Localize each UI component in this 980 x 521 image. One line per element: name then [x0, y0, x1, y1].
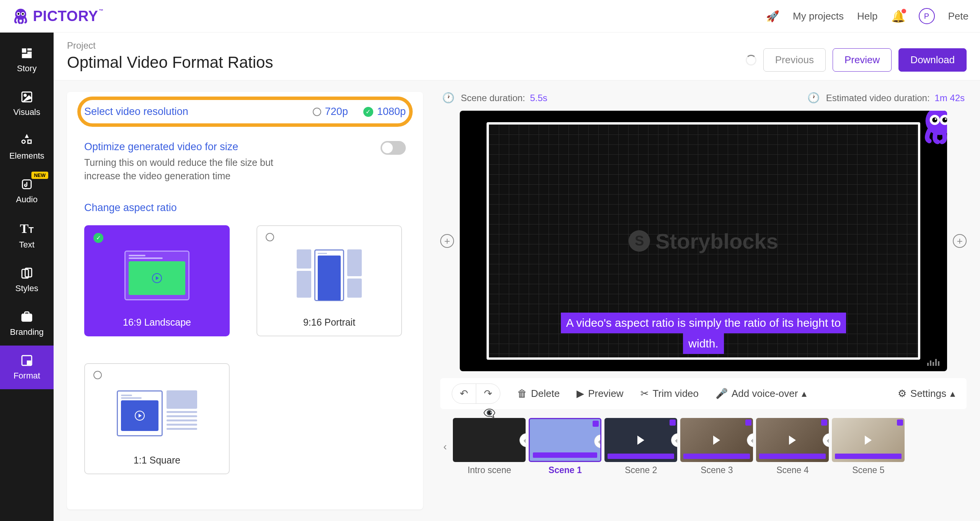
username: Pete — [948, 10, 969, 22]
preview-button[interactable]: Preview — [833, 48, 892, 72]
resolution-720p[interactable]: 720p — [313, 106, 348, 118]
caption-line-1: A video's aspect ratio is simply the rat… — [561, 313, 846, 333]
layers-icon[interactable]: ◈ — [519, 433, 526, 447]
scene-thumb-intro[interactable]: 👁‍🗨 ◈ Intro scene — [453, 418, 526, 475]
svg-rect-8 — [22, 54, 32, 58]
add-scene-after-button[interactable]: + — [953, 234, 967, 248]
mic-icon: 🎤 — [715, 388, 728, 400]
preview-area: 🕐 Scene duration: 5.5s 🕐 Estimated video… — [440, 92, 967, 510]
radio-unchecked-icon — [313, 108, 321, 116]
logo[interactable]: PICTORY™ — [11, 7, 104, 25]
aspect-16-9[interactable]: ✓ 16:9 Landscape — [84, 225, 230, 336]
sidebar-item-branding[interactable]: Branding — [0, 302, 54, 346]
delete-button[interactable]: 🗑Delete — [517, 388, 560, 400]
octopus-logo-icon — [11, 7, 30, 25]
undo-button[interactable]: ↶ — [452, 384, 476, 403]
sidebar-item-elements[interactable]: Elements — [0, 126, 54, 169]
aspect-1-1[interactable]: 1:1 Square — [84, 363, 230, 474]
scene-label: Scene 1 — [549, 465, 582, 475]
settings-button[interactable]: ⚙Settings ▴ — [898, 388, 955, 400]
scene-label: Scene 3 — [701, 465, 733, 475]
square-illustration — [117, 372, 197, 455]
sidebar-item-label: Format — [13, 371, 40, 381]
sidebar-item-audio[interactable]: NEW Audio — [0, 169, 54, 213]
aspect-label: 9:16 Portrait — [303, 317, 355, 328]
scenes-strip: ‹ 👁‍🗨 ◈ Intro scene ◈ Scene 1 — [440, 416, 967, 477]
sidebar-item-label: Text — [19, 240, 34, 250]
layers-icon[interactable]: ◈ — [671, 433, 677, 447]
layers-icon[interactable]: ◈ — [747, 433, 753, 447]
eye-off-icon: 👁‍🗨 — [483, 407, 495, 419]
rocket-icon[interactable]: 🚀 — [766, 10, 779, 23]
chevron-up-icon: ▴ — [950, 388, 955, 400]
portrait-illustration — [297, 234, 362, 317]
landscape-illustration — [124, 234, 189, 317]
sidebar-item-label: Styles — [15, 283, 38, 293]
video-preview[interactable]: S Storyblocks A video's aspect ratio is … — [460, 111, 947, 371]
sidebar-item-text[interactable]: TT Text — [0, 213, 54, 258]
scene-thumb-2[interactable]: ◈ Scene 2 — [604, 418, 677, 475]
radio-unchecked-icon — [93, 371, 102, 379]
project-header: Project Optimal Video Format Ratios Prev… — [54, 33, 980, 80]
redo-button[interactable]: ↷ — [476, 384, 500, 403]
notifications-button[interactable]: 🔔 — [891, 10, 905, 23]
svg-point-10 — [24, 94, 26, 97]
resolution-label: 1080p — [377, 106, 406, 118]
trim-video-button[interactable]: ✂Trim video — [640, 388, 699, 400]
project-label: Project — [67, 40, 273, 51]
scenes-prev-button[interactable]: ‹ — [440, 441, 450, 453]
story-icon — [20, 47, 33, 60]
sidebar-item-visuals[interactable]: Visuals — [0, 82, 54, 126]
sidebar-item-styles[interactable]: Styles — [0, 258, 54, 302]
svg-point-22 — [932, 117, 937, 122]
my-projects-link[interactable]: My projects — [793, 10, 844, 22]
clock-icon: 🕐 — [442, 92, 454, 103]
sidebar: Story Visuals Elements NEW Audio TT Text… — [0, 33, 54, 521]
mascot-icon — [919, 111, 947, 145]
scene-label: Scene 2 — [625, 465, 657, 475]
svg-point-11 — [22, 140, 25, 144]
topbar: PICTORY™ 🚀 My projects Help 🔔 P Pete — [0, 0, 980, 33]
styles-icon — [20, 267, 33, 280]
optimize-toggle[interactable] — [381, 141, 406, 155]
svg-point-24 — [935, 118, 936, 120]
avatar[interactable]: P — [919, 8, 935, 24]
scene-thumb-4[interactable]: ◈ Scene 4 — [756, 418, 829, 475]
caption-line-2: width. — [683, 333, 724, 354]
aspect-label: 16:9 Landscape — [123, 317, 191, 328]
scene-label: Intro scene — [467, 465, 511, 475]
scene-label: Scene 5 — [852, 465, 884, 475]
resolution-title: Select video resolution — [84, 106, 188, 118]
download-button[interactable]: Download — [898, 48, 967, 72]
branding-icon — [20, 310, 33, 323]
resolution-1080p[interactable]: ✓ 1080p — [363, 106, 406, 118]
svg-rect-5 — [22, 48, 26, 52]
clock-icon: 🕐 — [807, 92, 820, 103]
svg-rect-6 — [27, 48, 31, 51]
visuals-icon — [20, 90, 33, 103]
previous-button[interactable]: Previous — [763, 48, 826, 72]
add-scene-before-button[interactable]: + — [440, 234, 454, 248]
play-icon: ▶ — [577, 388, 584, 400]
add-voiceover-button[interactable]: 🎤Add voice-over ▴ — [715, 388, 807, 400]
aspect-9-16[interactable]: 9:16 Portrait — [256, 225, 402, 336]
sidebar-item-story[interactable]: Story — [0, 38, 54, 82]
scene-thumb-5[interactable]: Scene 5 — [832, 418, 905, 475]
audio-icon — [20, 178, 33, 191]
watermark: S Storyblocks — [629, 229, 778, 254]
resolution-label: 720p — [325, 106, 348, 118]
chevron-up-icon: ▴ — [802, 388, 807, 400]
toggle-knob — [382, 143, 393, 153]
svg-point-25 — [945, 118, 946, 120]
scene-thumb-3[interactable]: ◈ Scene 3 — [680, 418, 753, 475]
scene-thumb-1[interactable]: ◈ Scene 1 — [529, 418, 601, 475]
layers-icon[interactable]: ◈ — [823, 433, 829, 447]
toolbar-preview-button[interactable]: ▶Preview — [577, 388, 623, 400]
scene-label: Scene 4 — [776, 465, 808, 475]
aspect-ratio-title: Change aspect ratio — [84, 202, 406, 214]
layers-icon[interactable]: ◈ — [594, 434, 601, 448]
help-link[interactable]: Help — [857, 10, 877, 22]
new-badge: NEW — [31, 172, 48, 179]
sidebar-item-format[interactable]: Format — [0, 346, 54, 389]
scene-toolbar: ↶ ↷ 🗑Delete ▶Preview ✂Trim video 🎤Add vo… — [440, 378, 967, 409]
